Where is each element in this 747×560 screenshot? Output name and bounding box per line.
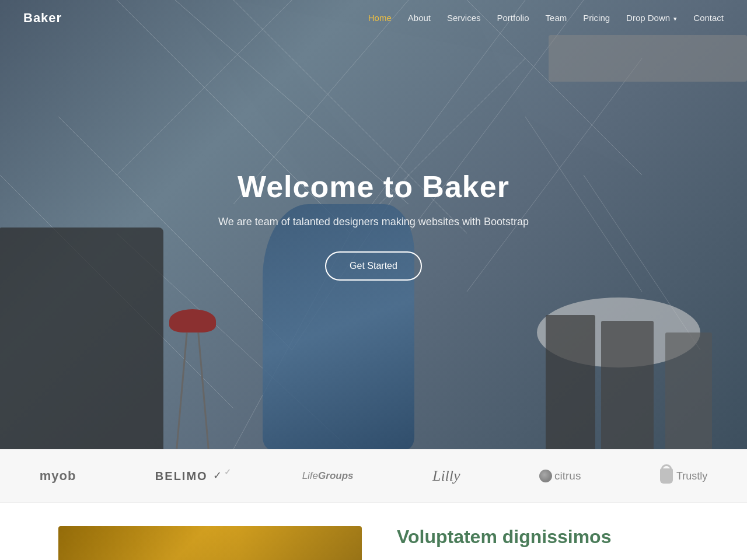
nav-item-portfolio[interactable]: Portfolio (497, 13, 529, 23)
teaser-heading: Voluptatem dignissimos (397, 526, 611, 548)
hero-title: Welcome to Baker (218, 169, 529, 204)
trustly-icon (660, 468, 673, 484)
nav-link-portfolio[interactable]: Portfolio (497, 13, 529, 23)
lilly-logo: Lilly (432, 467, 460, 485)
nav-item-dropdown[interactable]: Drop Down ▾ (626, 13, 677, 23)
cabinet-silhouette (0, 228, 163, 449)
nav-link-home[interactable]: Home (368, 13, 392, 23)
nav-link-dropdown[interactable]: Drop Down ▾ (626, 13, 677, 23)
nav-item-pricing[interactable]: Pricing (583, 13, 610, 23)
brand-lilly: Lilly (432, 467, 460, 485)
navbar: Baker Home About Services Portfolio Team… (0, 0, 747, 36)
citrus-logo: citrus (539, 470, 581, 482)
myob-logo: myob (40, 468, 76, 484)
nav-link-services[interactable]: Services (447, 13, 481, 23)
nav-item-contact[interactable]: Contact (693, 13, 724, 23)
chevron-down-icon: ▾ (673, 15, 677, 22)
belimo-logo: BELIMO ✓ (155, 470, 223, 483)
chair-right-1 (601, 321, 654, 449)
get-started-button[interactable]: Get Started (325, 251, 422, 281)
nav-link-pricing[interactable]: Pricing (583, 13, 610, 23)
brand-trustly: Trustly (660, 468, 707, 484)
lifegroups-groups: Groups (318, 470, 353, 481)
bottom-teaser-section: Voluptatem dignissimos (0, 503, 747, 560)
nav-item-team[interactable]: Team (546, 13, 567, 23)
teaser-image (58, 526, 362, 560)
lifegroups-logo: LifeGroups (302, 470, 354, 482)
hero-section: Welcome to Baker We are team of talanted… (0, 0, 747, 449)
nav-links: Home About Services Portfolio Team Prici… (368, 13, 724, 23)
brand-myob: myob (40, 468, 76, 484)
nav-link-contact[interactable]: Contact (693, 13, 724, 23)
lifegroups-life: Life (302, 470, 318, 481)
nav-item-services[interactable]: Services (447, 13, 481, 23)
trustly-logo: Trustly (660, 468, 707, 484)
brand-lifegroups: LifeGroups (302, 470, 354, 482)
nav-link-about[interactable]: About (408, 13, 431, 23)
nav-item-about[interactable]: About (408, 13, 431, 23)
brand-citrus: citrus (539, 470, 581, 482)
hero-content: Welcome to Baker We are team of talanted… (218, 169, 529, 281)
chair-right-2 (665, 332, 712, 449)
brand-belimo: BELIMO ✓ (155, 470, 223, 483)
stool-legs (175, 332, 210, 449)
site-logo[interactable]: Baker (23, 10, 62, 26)
citrus-icon (539, 470, 552, 482)
brands-section: myob BELIMO ✓ LifeGroups Lilly citrus Tr… (0, 449, 747, 503)
nav-item-home[interactable]: Home (368, 13, 392, 23)
chair-right-3 (546, 315, 595, 449)
stool-seat (169, 309, 216, 332)
table-top-right (549, 35, 747, 82)
stool-silhouette (169, 309, 216, 449)
hero-subtitle: We are team of talanted designers making… (218, 216, 529, 228)
belimo-checkmark: ✓ (213, 470, 223, 481)
teaser-text: Voluptatem dignissimos (397, 526, 611, 548)
nav-link-team[interactable]: Team (546, 13, 567, 23)
